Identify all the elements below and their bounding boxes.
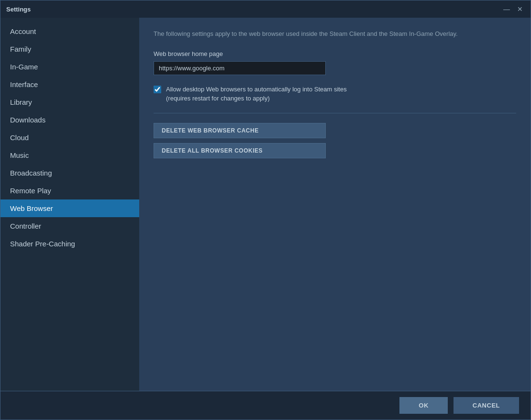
window-controls: — ✕ <box>502 4 525 14</box>
auto-login-checkbox-wrapper[interactable] <box>154 86 161 95</box>
sidebar-item-broadcasting[interactable]: Broadcasting <box>0 164 139 182</box>
main-content: AccountFamilyIn-GameInterfaceLibraryDown… <box>0 18 531 391</box>
checkbox-row: Allow desktop Web browsers to automatica… <box>154 85 516 103</box>
settings-window: Settings — ✕ AccountFamilyIn-GameInterfa… <box>0 0 531 420</box>
sidebar-item-controller[interactable]: Controller <box>0 217 139 235</box>
divider <box>154 113 516 113</box>
sidebar-item-web-browser[interactable]: Web Browser <box>0 199 139 217</box>
sidebar-item-downloads[interactable]: Downloads <box>0 111 139 129</box>
sidebar-item-music[interactable]: Music <box>0 146 139 164</box>
title-bar: Settings — ✕ <box>0 0 531 18</box>
sidebar-item-shader-pre-caching[interactable]: Shader Pre-Caching <box>0 235 139 253</box>
content-area: The following settings apply to the web … <box>139 18 531 391</box>
sidebar-item-remote-play[interactable]: Remote Play <box>0 182 139 199</box>
minimize-button[interactable]: — <box>502 4 511 14</box>
cancel-button[interactable]: CANCEL <box>454 397 519 414</box>
sidebar-item-account[interactable]: Account <box>0 22 139 40</box>
window-title: Settings <box>6 6 31 13</box>
home-page-input[interactable] <box>154 61 326 75</box>
sidebar-item-interface[interactable]: Interface <box>0 76 139 93</box>
sidebar-item-library[interactable]: Library <box>0 93 139 111</box>
footer: OK CANCEL <box>0 391 531 420</box>
close-button[interactable]: ✕ <box>515 4 525 14</box>
home-page-section: Web browser home page <box>154 50 516 85</box>
sidebar-item-in-game[interactable]: In-Game <box>0 58 139 76</box>
sidebar-item-cloud[interactable]: Cloud <box>0 129 139 146</box>
delete-cache-button[interactable]: DELETE WEB BROWSER CACHE <box>154 123 326 138</box>
auto-login-checkbox[interactable] <box>154 86 161 93</box>
sidebar-item-family[interactable]: Family <box>0 40 139 58</box>
ok-button[interactable]: OK <box>399 397 448 414</box>
description-text: The following settings apply to the web … <box>154 29 516 39</box>
sidebar: AccountFamilyIn-GameInterfaceLibraryDown… <box>0 18 139 391</box>
delete-cookies-button[interactable]: DELETE ALL BROWSER COOKIES <box>154 143 326 158</box>
auto-login-label: Allow desktop Web browsers to automatica… <box>166 85 347 103</box>
home-page-label: Web browser home page <box>154 50 516 57</box>
